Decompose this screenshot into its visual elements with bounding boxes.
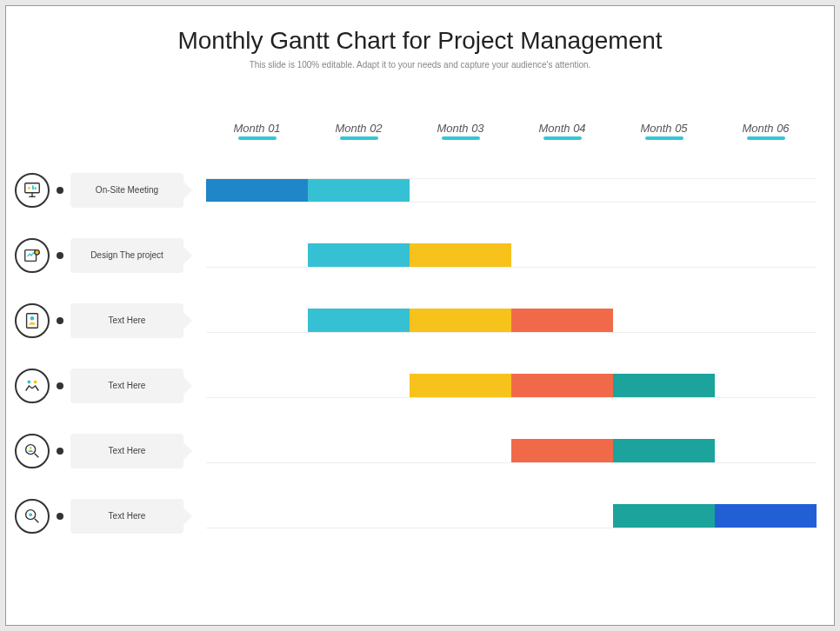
gantt-segment: [308, 179, 410, 202]
gantt-chart: Month 01Month 02Month 03Month 04Month 05…: [15, 122, 825, 540]
gantt-cell: [410, 439, 511, 462]
bar-track: [206, 178, 817, 203]
gantt-cell: [715, 439, 817, 462]
gantt-segment: [511, 309, 613, 332]
gantt-segment: [613, 374, 715, 397]
month-header: Month 04: [511, 122, 613, 140]
search-user-icon: [15, 434, 50, 468]
connector-dot: [57, 317, 63, 324]
magnify-icon: [15, 499, 50, 534]
gantt-cell: [308, 439, 410, 462]
svg-point-14: [30, 446, 32, 448]
gantt-segment: [308, 243, 410, 267]
gantt-segment: [206, 179, 308, 202]
bar-track: [206, 374, 817, 398]
task-label: On-Site Meeting: [70, 173, 183, 208]
gantt-cell: [511, 243, 613, 267]
gantt-rows: On-Site MeetingDesign The projectText He…: [206, 166, 817, 540]
month-header: Month 03: [410, 122, 511, 140]
gantt-row: Text Here: [206, 492, 817, 540]
connector-dot: [57, 513, 63, 520]
gantt-cell: [206, 374, 308, 397]
svg-point-12: [26, 444, 36, 454]
task-label-group: Design The project: [15, 238, 183, 273]
gantt-cell: [613, 179, 715, 202]
gantt-cell: [308, 374, 410, 397]
month-header-row: Month 01Month 02Month 03Month 04Month 05…: [206, 122, 817, 140]
gantt-row: Text Here: [206, 296, 817, 344]
gantt-row: On-Site Meeting: [206, 166, 817, 214]
bar-track: [206, 309, 817, 333]
gantt-segment: [715, 504, 817, 528]
svg-point-7: [35, 249, 40, 255]
slide-subtitle: This slide is 100% editable. Adapt it to…: [15, 60, 825, 70]
svg-point-17: [29, 513, 32, 516]
bar-track: [206, 439, 817, 463]
gantt-cell: [410, 179, 511, 202]
task-label-group: Text Here: [15, 434, 183, 468]
gantt-row: Text Here: [206, 362, 817, 409]
task-label: Design The project: [70, 238, 183, 273]
gantt-segment: [511, 374, 613, 397]
gantt-cell: [511, 504, 613, 528]
gantt-segment: [410, 309, 511, 332]
gantt-cell: [308, 504, 410, 528]
gantt-cell: [206, 243, 308, 267]
task-label: Text Here: [70, 499, 183, 534]
gantt-cell: [715, 374, 817, 397]
gantt-cell: [715, 243, 817, 267]
gantt-row: Design The project: [206, 231, 817, 279]
gantt-segment: [511, 439, 613, 462]
design-icon: [15, 238, 50, 273]
month-header: Month 06: [715, 122, 817, 140]
task-label-group: On-Site Meeting: [15, 173, 183, 208]
slide-title: Monthly Gantt Chart for Project Manageme…: [15, 27, 825, 55]
gantt-cell: [613, 243, 715, 267]
gantt-segment: [308, 309, 410, 332]
gantt-cell: [613, 309, 715, 332]
task-label-group: Text Here: [15, 303, 183, 338]
gantt-cell: [206, 309, 308, 332]
gantt-segment: [410, 374, 511, 397]
connector-dot: [57, 448, 63, 455]
svg-rect-5: [35, 187, 37, 189]
gantt-cell: [715, 309, 817, 332]
profile-icon: [15, 303, 50, 338]
gantt-segment: [613, 439, 715, 462]
svg-point-11: [34, 380, 37, 383]
task-label-group: Text Here: [15, 499, 183, 534]
task-label: Text Here: [70, 434, 183, 468]
gantt-cell: [206, 439, 308, 462]
gantt-cell: [410, 504, 511, 528]
svg-point-10: [28, 380, 31, 383]
bar-track: [206, 504, 817, 528]
bar-track: [206, 243, 817, 268]
svg-rect-4: [32, 185, 34, 189]
connector-dot: [57, 382, 63, 389]
svg-line-13: [35, 453, 39, 457]
task-label-group: Text Here: [15, 369, 183, 403]
slide: Monthly Gantt Chart for Project Manageme…: [5, 5, 835, 626]
gantt-segment: [410, 243, 511, 267]
connector-dot: [57, 252, 63, 259]
task-label: Text Here: [70, 303, 183, 338]
gantt-cell: [206, 504, 308, 528]
gantt-cell: [511, 179, 613, 202]
month-header: Month 05: [613, 122, 715, 140]
connector-dot: [57, 187, 63, 194]
presentation-icon: [15, 173, 50, 208]
handshake-icon: [15, 369, 50, 403]
task-label: Text Here: [70, 369, 183, 403]
svg-line-16: [35, 518, 39, 522]
gantt-cell: [715, 179, 817, 202]
svg-point-3: [28, 186, 30, 189]
gantt-segment: [613, 504, 715, 528]
svg-point-9: [30, 316, 35, 320]
month-header: Month 02: [308, 122, 410, 140]
svg-rect-8: [27, 313, 38, 328]
gantt-row: Text Here: [206, 427, 817, 475]
month-header: Month 01: [206, 122, 308, 140]
